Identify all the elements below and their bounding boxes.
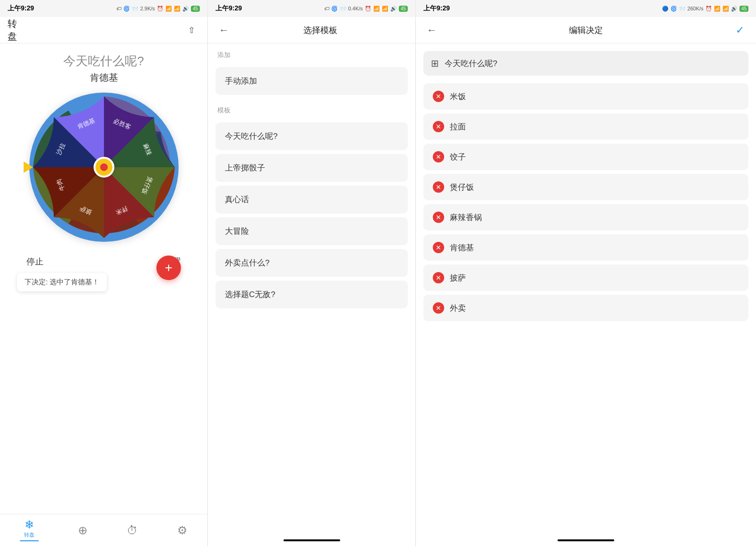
status-icons-2: 🏷🌀📨 0.4K/s ⏰📶📶🔊 45 — [324, 6, 408, 12]
edit-item-text-3: 煲仔饭 — [450, 182, 739, 193]
delete-icon-0: ✕ — [436, 93, 441, 100]
nav-spinner-icon: ❄ — [25, 519, 34, 530]
spinner-header: 转盘 ⇧ — [0, 17, 207, 43]
bookmark-icon: ⊞ — [431, 58, 439, 69]
fab-button[interactable]: + — [156, 256, 181, 280]
wheel-container[interactable]: 必胜客 麻辣 煲仔饭 拌米 披萨 牛肉 沙拉 肯德基 — [28, 92, 180, 243]
nav-history[interactable]: ⏱ — [127, 525, 138, 536]
spinner-question: 今天吃什么呢? — [63, 53, 144, 69]
edit-item-text-1: 拉面 — [450, 121, 739, 132]
edit-item-0: ✕ 米饭 — [423, 83, 748, 110]
nav-history-icon: ⏱ — [127, 525, 138, 536]
time-1: 上午9:29 — [8, 4, 34, 13]
nav-settings-icon: ⚙ — [177, 525, 188, 536]
edit-item-text-7: 外卖 — [450, 303, 739, 314]
edit-item-5: ✕ 肯德基 — [423, 234, 748, 261]
nav-add[interactable]: ⊕ — [78, 525, 87, 536]
edit-item-text-4: 麻辣香锅 — [450, 212, 739, 223]
edit-item-3: ✕ 煲仔饭 — [423, 174, 748, 200]
status-icons-3: 🔵🌀📨 260K/s ⏰📶📶🔊 45 — [662, 6, 748, 12]
template-item-1[interactable]: 上帝掷骰子 — [215, 154, 408, 182]
edit-item-text-5: 肯德基 — [450, 242, 739, 253]
template-item-4[interactable]: 外卖点什么? — [215, 249, 408, 277]
nav-settings[interactable]: ⚙ — [177, 525, 188, 536]
delete-icon-1: ✕ — [436, 123, 441, 130]
delete-item-3[interactable]: ✕ — [433, 181, 444, 193]
edit-header: ← 编辑决定 ✓ — [416, 17, 756, 43]
template-section-label: 模板 — [208, 99, 415, 119]
delete-icon-6: ✕ — [436, 274, 441, 282]
spinner-body: 今天吃什么呢? 肯德基 — [0, 43, 207, 514]
share-icon[interactable]: ⇧ — [183, 22, 200, 39]
template-back-icon[interactable]: ← — [215, 22, 232, 39]
time-3: 上午9:29 — [423, 4, 450, 13]
edit-back-icon[interactable]: ← — [423, 22, 440, 39]
delete-item-6[interactable]: ✕ — [433, 272, 444, 283]
fab-plus-icon: + — [165, 261, 172, 274]
nav-add-icon: ⊕ — [78, 525, 87, 536]
edit-item-4: ✕ 麻辣香锅 — [423, 204, 748, 230]
template-body: 添加 手动添加 模板 今天吃什么呢? 上帝掷骰子 真心话 大冒险 外卖点什么? … — [208, 43, 415, 536]
delete-icon-7: ✕ — [436, 304, 441, 312]
template-title: 选择模板 — [232, 25, 408, 36]
stop-button[interactable]: 停止 — [26, 256, 43, 267]
wheel-pointer — [24, 162, 33, 173]
nav-indicator — [20, 540, 39, 541]
status-icons-1: 🏷🌀📨 2.9K/s ⏰📶📶🔊 45 — [116, 6, 200, 12]
bottom-indicator-2 — [284, 539, 340, 541]
template-item-5[interactable]: 选择题C无敌? — [215, 281, 408, 308]
manual-add-item[interactable]: 手动添加 — [215, 67, 408, 95]
wheel-center-dot — [100, 163, 108, 171]
template-panel: ← 选择模板 添加 手动添加 模板 今天吃什么呢? 上帝掷骰子 真心话 大冒险 … — [208, 17, 416, 546]
delete-item-2[interactable]: ✕ — [433, 151, 444, 162]
edit-item-6: ✕ 披萨 — [423, 264, 748, 291]
edit-list-header: ⊞ 今天吃什么呢? — [423, 51, 748, 76]
edit-confirm-icon[interactable]: ✓ — [731, 22, 748, 39]
delete-item-0[interactable]: ✕ — [433, 91, 444, 102]
edit-list-title: 今天吃什么呢? — [445, 58, 497, 69]
nav-spinner[interactable]: ❄ 转盘 — [20, 519, 39, 541]
delete-item-7[interactable]: ✕ — [433, 302, 444, 314]
edit-body: ⊞ 今天吃什么呢? ✕ 米饭 ✕ 拉面 ✕ 饺子 — [416, 43, 756, 536]
edit-title: 编辑决定 — [440, 25, 731, 36]
template-item-2[interactable]: 真心话 — [215, 186, 408, 213]
template-item-3[interactable]: 大冒险 — [215, 217, 408, 245]
edit-item-text-2: 饺子 — [450, 152, 739, 162]
delete-icon-2: ✕ — [436, 153, 441, 161]
nav-spinner-label: 转盘 — [24, 531, 34, 538]
delete-icon-4: ✕ — [436, 213, 441, 221]
time-2: 上午9:29 — [215, 4, 242, 13]
bottom-nav: ❄ 转盘 ⊕ ⏱ ⚙ — [0, 514, 207, 546]
wheel-center — [94, 157, 114, 178]
delete-item-4[interactable]: ✕ — [433, 212, 444, 223]
spinner-result: 肯德基 — [90, 71, 118, 84]
delete-icon-5: ✕ — [436, 244, 441, 251]
delete-item-1[interactable]: ✕ — [433, 121, 444, 132]
bottom-indicator-3 — [558, 539, 614, 541]
template-header: ← 选择模板 — [208, 17, 415, 43]
edit-item-2: ✕ 饺子 — [423, 144, 748, 170]
edit-item-1: ✕ 拉面 — [423, 113, 748, 140]
spinner-panel: 转盘 ⇧ 今天吃什么呢? 肯德基 — [0, 17, 208, 546]
decision-popup: 下决定: 选中了肯德基！ — [17, 273, 107, 291]
edit-item-text-6: 披萨 — [450, 273, 739, 283]
edit-item-text-0: 米饭 — [450, 91, 739, 102]
delete-item-5[interactable]: ✕ — [433, 242, 444, 253]
edit-item-7: ✕ 外卖 — [423, 295, 748, 321]
spinner-title: 转盘 — [8, 22, 25, 39]
add-section-label: 添加 — [208, 43, 415, 63]
delete-icon-3: ✕ — [436, 183, 441, 191]
edit-panel: ← 编辑决定 ✓ ⊞ 今天吃什么呢? ✕ 米饭 ✕ 拉面 — [416, 17, 756, 546]
template-item-0[interactable]: 今天吃什么呢? — [215, 122, 408, 150]
